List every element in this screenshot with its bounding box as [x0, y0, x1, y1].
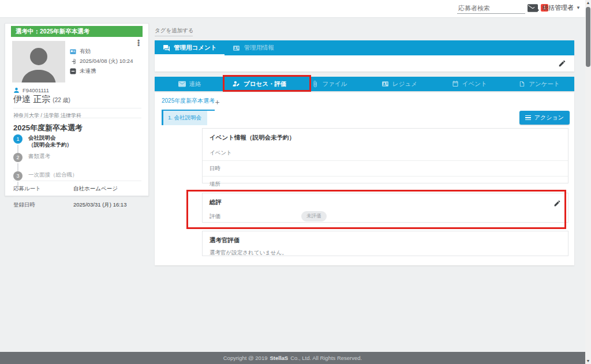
admin-tab-bar: 管理用コメント 管理用情報 [155, 40, 574, 55]
info-card-icon [233, 44, 240, 52]
applicant-search [457, 2, 525, 14]
edit-review-pencil-icon[interactable] [553, 199, 561, 207]
account-menu[interactable]: 統括管理者 ▼ [532, 3, 581, 12]
step-1: 1 会社説明会 （説明会未予約） [13, 134, 78, 148]
status-row-not-linked: 未連携 [70, 67, 133, 75]
evaluation-status-badge: 未評価 [301, 211, 327, 222]
step-1-number: 1 [13, 134, 23, 144]
status-rows: 有効 2025/04/08 (火) 10:24 未連携 [70, 48, 133, 77]
event-field-datetime: 日時 [203, 161, 568, 177]
evaluation-label: 評価 [210, 213, 220, 220]
meta-route-label: 応募ルート [13, 185, 73, 193]
applicant-age: (22 歳) [53, 97, 70, 103]
comment-icon [163, 44, 170, 52]
scroll-up-icon[interactable]: ▲ [585, 0, 591, 6]
menu-lines-icon [525, 114, 531, 122]
step-3-label: 一次面接（総合職） [28, 171, 78, 178]
copyright-footer: Copyright @ 2019 StellaS Co., Ltd. All R… [0, 352, 585, 364]
action-button-label: アクション [534, 114, 564, 122]
event-info-title: イベント情報（説明会未予約） [203, 129, 568, 145]
subtab-process-2025[interactable]: 2025年度新卒本選考 [162, 97, 215, 111]
event-field-place: 場所 [203, 177, 568, 192]
step-2-number: 2 [13, 153, 23, 162]
tab-admin-info[interactable]: 管理用情報 [225, 40, 282, 55]
step-3-number: 3 [13, 171, 23, 181]
event-info-card: イベント情報（説明会未予約） イベント 日時 場所 [202, 128, 568, 183]
step-connector [17, 145, 18, 153]
tab-admin-comment[interactable]: 管理用コメント [155, 40, 225, 55]
add-process-tab-button[interactable]: ＋ [214, 97, 221, 107]
meta-row-registered: 登録日時 2025/03/31 (月) 16:13 [13, 197, 141, 213]
overall-review-title: 総評 [203, 193, 568, 210]
copyright-pre: Copyright @ 2019 [223, 355, 268, 361]
status-row-last-login: 2025/04/08 (火) 10:24 [70, 58, 133, 65]
meta-registered-label: 登録日時 [13, 201, 73, 209]
last-login-value: 2025/04/08 (火) 10:24 [80, 58, 133, 65]
paperclip-icon [312, 80, 319, 88]
copyright-post: Co., Ltd. All Rights Reserved. [290, 355, 362, 361]
brand-name: StellaS [270, 355, 288, 361]
applicant-meta: 応募ルート 自社ホームページ 登録日時 2025/03/31 (月) 16:13 [13, 181, 141, 213]
step-2: 2 書類選考 [13, 153, 78, 167]
selection-status-banner: 選考中：2025年新卒本選考 [11, 26, 143, 37]
app-window: 1 統括管理者 ▼ 選考中：2025年新卒本選考 ••• 有効 [0, 0, 591, 364]
applicant-name-text: 伊達 正宗 [13, 94, 50, 104]
calendar-icon [452, 80, 459, 88]
tab-admin-info-label: 管理用情報 [244, 44, 274, 52]
step-1-label-sub: （説明会未予約） [28, 141, 78, 148]
step-1-label: 会社説明会 （説明会未予約） [28, 134, 78, 148]
admin-comment-card: 管理用コメント 管理用情報 [155, 40, 574, 72]
meta-route-value: 自社ホームページ [73, 185, 118, 193]
scrollbar[interactable]: ▲ ▼ [585, 0, 591, 364]
tab-contact[interactable]: 連絡 [155, 77, 225, 91]
process-subtab-row: 2025年度新卒本選考 ＋ [155, 92, 574, 111]
tab-survey-label: アンケート [529, 80, 559, 88]
applicant-profile-card: 選考中：2025年新卒本選考 ••• 有効 2025/04/08 (火) 10:… [5, 23, 149, 196]
edit-comment-pencil-icon[interactable] [558, 59, 566, 67]
evaluation-row: 評価 未評価 [203, 210, 568, 223]
scroll-down-icon[interactable]: ▼ [585, 358, 591, 364]
tab-admin-comment-label: 管理用コメント [174, 44, 216, 52]
tab-process-evaluation[interactable]: プロセス・評価 [225, 77, 294, 91]
card-menu-icon[interactable]: ••• [136, 40, 141, 47]
examiner-evaluation-card: 選考官評価 選考官が設定されていません。 [202, 231, 568, 256]
action-button[interactable]: アクション [519, 111, 570, 125]
tab-survey[interactable]: アンケート [504, 77, 574, 91]
tab-resume-label: レジュメ [392, 80, 417, 88]
meta-registered-value: 2025/03/31 (月) 16:13 [73, 201, 126, 209]
stage-badge: 1. 会社説明会 [162, 111, 207, 125]
event-field-event: イベント [203, 145, 568, 161]
avatar [12, 41, 65, 82]
admin-comment-body [155, 55, 574, 72]
step-2-label: 書類選考 [28, 153, 78, 160]
process-panel: 2025年度新卒本選考 ＋ 1. 会社説明会 アクション イベント情報（説明会未… [155, 92, 574, 265]
scrollbar-thumb[interactable] [586, 7, 590, 67]
tab-files[interactable]: ファイル [294, 77, 364, 91]
step-1-label-main: 会社説明会 [28, 134, 78, 141]
process-evaluation-icon [233, 80, 240, 88]
tab-events-label: イベント [462, 80, 487, 88]
tab-events[interactable]: イベント [435, 77, 504, 91]
mail-tab-icon [178, 81, 186, 87]
step-connector [17, 163, 18, 171]
applicant-id: F94001111 [23, 87, 49, 93]
tab-process-evaluation-label: プロセス・評価 [244, 80, 286, 88]
last-login-icon [70, 58, 76, 65]
search-input[interactable] [457, 3, 525, 14]
tag-add-field [155, 24, 193, 36]
not-linked-label: 未連携 [80, 67, 96, 75]
resume-card-icon [381, 80, 389, 88]
status-valid-label: 有効 [80, 48, 91, 55]
process-title: 2025年度新卒本選考 [13, 118, 141, 133]
stage-row: 1. 会社説明会 アクション [155, 111, 574, 126]
overall-review-card: 総評 評価 未評価 [202, 193, 568, 223]
examiner-empty-message: 選考官が設定されていません。 [203, 248, 568, 258]
examiner-evaluation-title: 選考官評価 [203, 231, 568, 248]
chevron-down-icon: ▼ [576, 5, 581, 10]
person-icon [13, 87, 20, 93]
applicant-id-row: F94001111 [13, 87, 49, 93]
tab-resume[interactable]: レジュメ [365, 77, 435, 91]
user-icon [532, 4, 540, 12]
tag-input[interactable] [155, 26, 193, 36]
meta-row-route: 応募ルート 自社ホームページ [13, 181, 141, 197]
